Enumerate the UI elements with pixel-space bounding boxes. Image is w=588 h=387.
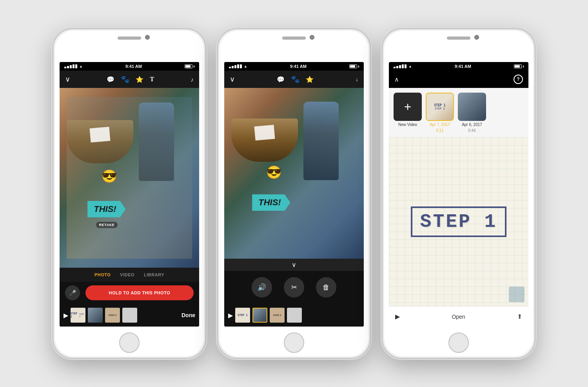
chevron-down-icon-1[interactable]: ∨: [65, 75, 70, 84]
video2-thumb-box[interactable]: [458, 93, 486, 121]
open-button[interactable]: Open: [452, 314, 465, 320]
chat-icon-2[interactable]: 💬: [277, 76, 285, 83]
sound-icon-2: 🔊: [258, 283, 266, 292]
canvas-area-3: STEP 1: [389, 137, 528, 306]
status-bar-2: ▲ 9:41 AM: [224, 62, 364, 71]
step1-text: STEP 1: [411, 206, 507, 237]
hold-to-add-btn[interactable]: HOLD TO ADD THIS PHOTO: [85, 285, 194, 300]
library-mode-btn[interactable]: LIBRARY: [144, 272, 164, 277]
question-icon-3[interactable]: ?: [514, 75, 523, 84]
phone-screen-2: ▲ 9:41 AM ∨ 💬 🐾 ⭐: [220, 31, 368, 356]
video2-date: Apr 6, 2017: [462, 122, 482, 127]
wifi-icon-1: ▲: [79, 64, 83, 68]
thumb-keyboard-2[interactable]: [287, 308, 302, 323]
emoji-paw-icon-1[interactable]: 🐾: [121, 75, 129, 84]
battery-3: [514, 64, 524, 68]
chevron-area-2: ∨: [224, 259, 364, 271]
battery-fill-3: [515, 65, 520, 68]
home-button-3[interactable]: [448, 332, 469, 353]
thumb-strip-1: ▶ STEP 1 STEP 2 STEP 2 Done: [60, 304, 199, 327]
phone-2: ▲ 9:41 AM ∨ 💬 🐾 ⭐: [218, 29, 370, 358]
thumb-step1-2[interactable]: STEP 1: [235, 308, 250, 323]
download-icon-2[interactable]: ↓: [356, 76, 358, 82]
signal-dot-1: [64, 67, 66, 68]
white-square-1: [90, 127, 111, 142]
corner-decoration: [509, 287, 524, 302]
screen-2: ▲ 9:41 AM ∨ 💬 🐾 ⭐: [224, 62, 364, 327]
star-icon-1[interactable]: ⭐: [136, 76, 143, 83]
trash-button-2[interactable]: 🗑: [316, 277, 336, 298]
phone-speaker-1: [118, 37, 141, 40]
play-button-2[interactable]: ▶: [228, 312, 233, 319]
bowl-shape-2: [231, 119, 298, 162]
chevron-up-icon-3[interactable]: ∧: [394, 76, 399, 83]
mic-button-1[interactable]: 🎤: [65, 285, 80, 300]
white-square-2: [254, 125, 275, 141]
video2-item[interactable]: Apr 6, 2017 0:46: [458, 93, 486, 133]
share-button-3[interactable]: ⬆: [517, 313, 522, 320]
status-bar-1: ▲ 9:41 AM: [60, 62, 199, 71]
text-icon-1[interactable]: T: [150, 76, 154, 83]
video1-date: Apr 7, 2017: [430, 122, 450, 127]
sound-button-2[interactable]: 🔊: [252, 277, 272, 298]
home-button-1[interactable]: [119, 332, 140, 353]
phone-camera-1: [145, 35, 150, 40]
video1-thumb-box[interactable]: STEP 1 STEP 2: [426, 93, 454, 121]
scissors-button-2[interactable]: ✂: [284, 277, 304, 298]
photo-mode-btn[interactable]: PHOTO: [94, 272, 111, 277]
bottle-shape-2: [303, 102, 339, 180]
wifi-icon-2: ▲: [244, 64, 247, 68]
signal-3: ▲: [394, 64, 412, 68]
battery-icon-2: [349, 64, 357, 68]
wifi-icon-3: ▲: [408, 64, 412, 68]
retake-badge-1[interactable]: RETAKE: [96, 222, 118, 228]
new-video-label: New Video: [398, 122, 417, 127]
phone-screen-1: ▲ 9:41 AM ∨ 💬 🐾 ⭐: [55, 31, 204, 356]
signal-1: ▲: [64, 64, 83, 68]
toolbar-2: ∨ 💬 🐾 ⭐ ↓: [224, 71, 364, 88]
time-3: 9:41 AM: [455, 64, 471, 69]
plus-icon: +: [404, 100, 412, 114]
music-icon-1[interactable]: ♪: [191, 76, 194, 83]
new-video-item[interactable]: + New Video: [394, 93, 422, 133]
chevron-down-icon-2[interactable]: ∨: [230, 75, 235, 84]
toolbar-3: ∧ ?: [389, 71, 528, 88]
phones-container: ▲ 9:41 AM ∨ 💬 🐾 ⭐: [45, 21, 543, 366]
video-mode-btn[interactable]: VIDEO: [120, 272, 134, 277]
phone-speaker-2: [282, 37, 306, 40]
chat-icon-1[interactable]: 💬: [107, 76, 114, 83]
trash-icon-2: 🗑: [323, 283, 330, 292]
sunglasses-emoji-2: 😎: [266, 165, 282, 180]
phone-speaker-3: [447, 37, 470, 40]
thumb-photo1-1[interactable]: [88, 308, 103, 323]
thumb-step1-1[interactable]: STEP 1 STEP 2: [71, 308, 85, 323]
play-button-1[interactable]: ▶: [64, 312, 68, 319]
bottom-bar-3: ▶ Open ⬆: [389, 306, 528, 327]
thumb-step2-2[interactable]: STEP 2: [270, 308, 285, 323]
new-video-box[interactable]: +: [394, 93, 422, 121]
signal-dot-4: [73, 64, 74, 68]
video1-item[interactable]: STEP 1 STEP 2 Apr 7, 2017 0:11: [426, 93, 454, 133]
battery-1: [185, 64, 194, 68]
phone-3: ▲ 9:41 AM ∧ ?: [382, 29, 535, 358]
phone-camera-3: [474, 35, 479, 40]
capture-area-1: 🎤 HOLD TO ADD THIS PHOTO: [60, 282, 199, 304]
thumb-strip-2: ▶ STEP 1 STEP 2: [224, 304, 364, 327]
signal-dot-3: [70, 65, 72, 68]
emoji-paw-icon-2[interactable]: 🐾: [291, 75, 299, 84]
video2-thumb-inner: [458, 93, 486, 121]
battery-fill-2: [350, 65, 355, 68]
done-button-1[interactable]: Done: [181, 312, 195, 318]
play-button-3[interactable]: ▶: [395, 313, 400, 320]
camera-view-1: 😎 THIS! RETAKE: [60, 88, 199, 268]
home-button-2[interactable]: [284, 332, 304, 353]
chevron-down-btn-2[interactable]: ∨: [292, 261, 296, 268]
star-icon-2[interactable]: ⭐: [306, 76, 314, 83]
thumb-photo1-active-2[interactable]: [252, 308, 267, 323]
phone-1: ▲ 9:41 AM ∨ 💬 🐾 ⭐: [53, 29, 206, 358]
phone-camera-2: [310, 35, 314, 40]
phone-screen-3: ▲ 9:41 AM ∧ ?: [384, 31, 533, 356]
thumb-keyboard-1[interactable]: [122, 308, 137, 323]
camera-mode-bar-1: PHOTO VIDEO LIBRARY: [60, 268, 199, 282]
thumb-step2-1[interactable]: STEP 2: [105, 308, 120, 323]
